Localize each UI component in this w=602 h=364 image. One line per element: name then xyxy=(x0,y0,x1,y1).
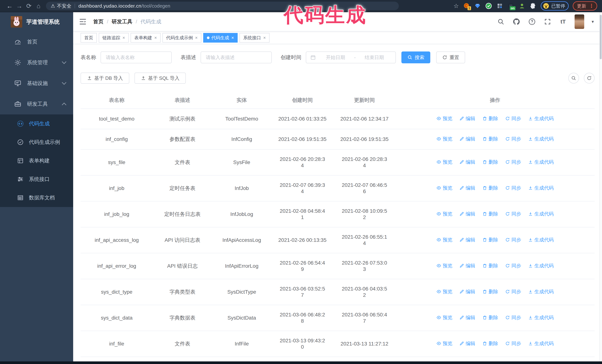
tab-codegen[interactable]: 代码生成 × xyxy=(203,33,238,42)
browser-menu-dots-icon[interactable]: ⋮ xyxy=(589,4,594,7)
delete-button[interactable]: 删除 xyxy=(482,185,498,191)
sync-button[interactable]: 同步 xyxy=(505,211,521,217)
edit-button[interactable]: 编辑 xyxy=(459,159,475,165)
table-name-input[interactable] xyxy=(101,52,172,63)
close-icon[interactable]: × xyxy=(195,35,198,40)
sync-button[interactable]: 同步 xyxy=(505,237,521,243)
search-icon[interactable] xyxy=(497,18,505,26)
avatar-caret-icon[interactable]: ▾ xyxy=(592,19,594,24)
import-db-button[interactable]: 基于 DB 导入 xyxy=(81,73,129,84)
fullscreen-icon[interactable] xyxy=(543,18,552,26)
sync-button[interactable]: 同步 xyxy=(505,314,521,321)
preview-button[interactable]: 预览 xyxy=(436,211,452,217)
delete-button[interactable]: 删除 xyxy=(482,211,498,217)
preview-button[interactable]: 预览 xyxy=(436,314,452,321)
edit-button[interactable]: 编辑 xyxy=(459,211,475,217)
preview-button[interactable]: 预览 xyxy=(436,159,452,165)
generate-code-button[interactable]: 生成代码 xyxy=(528,237,554,243)
generate-code-button[interactable]: 生成代码 xyxy=(528,262,554,269)
browser-update-button[interactable]: 更新 ⋮ xyxy=(573,1,597,10)
browser-forward-button[interactable]: → xyxy=(14,1,24,11)
generate-code-button[interactable]: 生成代码 xyxy=(528,289,554,295)
extension-grid-icon[interactable] xyxy=(496,2,503,10)
sync-button[interactable]: 同步 xyxy=(505,115,521,122)
browser-home-button[interactable]: ⌂ xyxy=(34,1,43,11)
delete-button[interactable]: 删除 xyxy=(482,115,498,122)
github-icon[interactable] xyxy=(512,18,520,26)
edit-button[interactable]: 编辑 xyxy=(459,340,475,347)
close-icon[interactable]: × xyxy=(231,35,234,40)
preview-button[interactable]: 预览 xyxy=(436,136,452,142)
breadcrumb-home[interactable]: 首页 xyxy=(93,18,104,25)
generate-code-button[interactable]: 生成代码 xyxy=(528,211,554,217)
sidebar-item-home[interactable]: 首页 xyxy=(0,31,73,52)
sidebar-item-system-interface[interactable]: 系统接口 xyxy=(0,170,73,188)
bookmark-star-icon[interactable]: ☆ xyxy=(453,2,459,10)
preview-button[interactable]: 预览 xyxy=(436,289,452,295)
sidebar-item-infrastructure[interactable]: 基础设施 xyxy=(0,73,73,94)
edit-button[interactable]: 编辑 xyxy=(459,115,475,122)
generate-code-button[interactable]: 生成代码 xyxy=(528,115,554,122)
edit-button[interactable]: 编辑 xyxy=(459,237,475,243)
toggle-search-button[interactable] xyxy=(568,73,579,83)
preview-button[interactable]: 预览 xyxy=(436,185,452,191)
tab-trace[interactable]: 链路追踪 × xyxy=(99,33,129,42)
tab-home[interactable]: 首页 xyxy=(81,33,97,42)
refresh-table-button[interactable] xyxy=(584,73,595,83)
delete-button[interactable]: 删除 xyxy=(482,289,498,295)
edit-button[interactable]: 编辑 xyxy=(459,185,475,191)
extension-gem-icon[interactable] xyxy=(474,2,481,10)
import-sql-button[interactable]: 基于 SQL 导入 xyxy=(134,73,186,84)
date-range-picker[interactable]: 开始日期 - 结束日期 xyxy=(306,52,396,63)
extension-check-icon[interactable] xyxy=(485,2,492,10)
delete-button[interactable]: 删除 xyxy=(482,340,498,347)
help-icon[interactable] xyxy=(528,18,536,26)
delete-button[interactable]: 删除 xyxy=(482,262,498,269)
close-icon[interactable]: × xyxy=(263,35,266,40)
close-icon[interactable]: × xyxy=(122,35,125,40)
preview-button[interactable]: 预览 xyxy=(436,237,452,243)
sidebar-item-code-generation[interactable]: 代码生成 xyxy=(0,114,73,133)
preview-button[interactable]: 预览 xyxy=(436,115,452,122)
sync-button[interactable]: 同步 xyxy=(505,289,521,295)
extension-puzzle-icon[interactable] xyxy=(530,2,537,10)
generate-code-button[interactable]: 生成代码 xyxy=(528,314,554,321)
generate-code-button[interactable]: 生成代码 xyxy=(528,136,554,142)
table-desc-input[interactable] xyxy=(201,52,272,63)
preview-button[interactable]: 预览 xyxy=(436,262,452,269)
extension-dark-icon[interactable]: on xyxy=(507,2,514,10)
reset-button[interactable]: 重置 xyxy=(436,52,465,63)
font-size-icon[interactable]: tT xyxy=(559,18,567,26)
delete-button[interactable]: 删除 xyxy=(482,314,498,321)
close-icon[interactable]: × xyxy=(154,35,157,40)
edit-button[interactable]: 编辑 xyxy=(459,136,475,142)
user-avatar[interactable] xyxy=(575,14,584,29)
tab-system-interface[interactable]: 系统接口 × xyxy=(239,33,269,42)
sync-button[interactable]: 同步 xyxy=(505,185,521,191)
generate-code-button[interactable]: 生成代码 xyxy=(528,185,554,191)
sidebar-item-database-docs[interactable]: 数据库文档 xyxy=(0,188,73,207)
delete-button[interactable]: 删除 xyxy=(482,136,498,142)
generate-code-button[interactable]: 生成代码 xyxy=(528,159,554,165)
generate-code-button[interactable]: 生成代码 xyxy=(528,340,554,347)
edit-button[interactable]: 编辑 xyxy=(459,289,475,295)
sidebar-item-code-generation-example[interactable]: 代码生成示例 xyxy=(0,133,73,151)
edit-button[interactable]: 编辑 xyxy=(459,262,475,269)
delete-button[interactable]: 删除 xyxy=(482,159,498,165)
search-button[interactable]: 搜索 xyxy=(401,52,430,63)
sidebar-item-dev-tools[interactable]: 研发工具 xyxy=(0,94,73,114)
breadcrumb-dev-tools[interactable]: 研发工具 xyxy=(112,18,132,25)
sidebar-fold-icon[interactable] xyxy=(79,18,87,26)
sync-button[interactable]: 同步 xyxy=(505,262,521,269)
tab-codegen-example[interactable]: 代码生成示例 × xyxy=(162,33,201,42)
scrollbar-thumb[interactable] xyxy=(600,15,602,59)
sync-button[interactable]: 同步 xyxy=(505,159,521,165)
extension-person-icon[interactable] xyxy=(518,2,526,10)
sync-button[interactable]: 同步 xyxy=(505,340,521,347)
browser-reload-button[interactable]: ⟳ xyxy=(24,1,34,11)
extension-orange-icon[interactable]: 1 xyxy=(463,2,470,10)
browser-back-button[interactable]: ← xyxy=(5,1,14,11)
profile-paused-badge[interactable]: 已暂停 xyxy=(541,1,569,10)
sidebar-item-form-builder[interactable]: 表单构建 xyxy=(0,151,73,170)
app-logo[interactable]: 芋道管理系统 xyxy=(0,12,73,31)
